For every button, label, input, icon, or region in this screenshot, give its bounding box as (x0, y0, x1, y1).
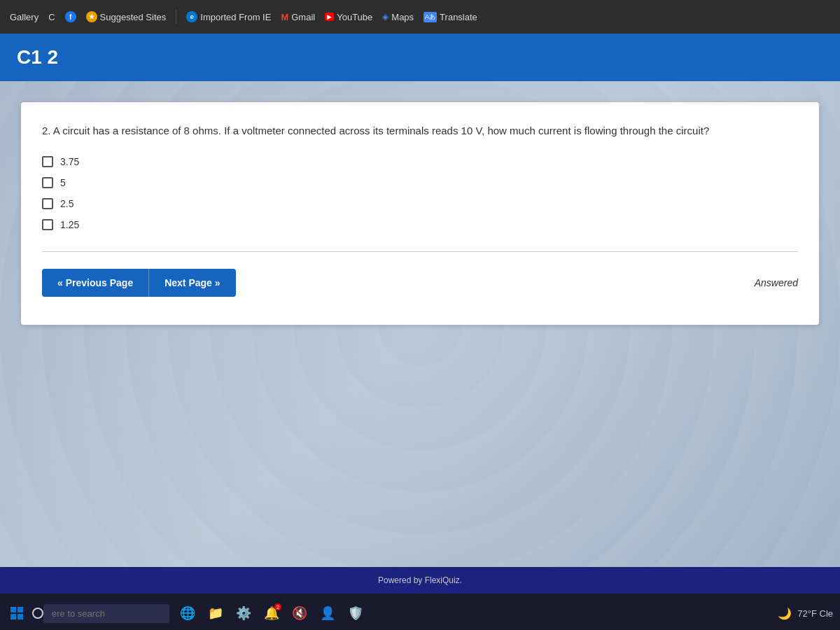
toolbar-divider (176, 10, 176, 24)
main-content: 2. A circuit has a resistance of 8 ohms.… (0, 81, 840, 567)
ie-icon: e (186, 11, 197, 22)
taskbar: 🌐 📁 ⚙️ 🔔 2 🔇 👤 🛡️ 🌙 72°F Cle (0, 596, 840, 630)
page-title: C1 2 (17, 46, 823, 69)
option-label-1: 3.75 (60, 156, 79, 167)
question-text: 2. A circuit has a resistance of 8 ohms.… (42, 123, 798, 139)
gmail-label: Gmail (291, 12, 315, 22)
footer-text: Powered by FlexiQuiz. (378, 575, 462, 585)
option-checkbox-1[interactable] (42, 156, 53, 167)
facebook-icon: f (65, 11, 76, 22)
taskbar-right: 🌙 72°F Cle (778, 607, 833, 620)
toolbar-c[interactable]: C (46, 10, 57, 24)
user-taskbar-icon[interactable]: 👤 (316, 602, 339, 624)
option-item-2[interactable]: 5 (42, 177, 798, 188)
maps-icon: ◈ (382, 12, 388, 22)
settings-taskbar-icon[interactable]: ⚙️ (232, 602, 255, 624)
question-card: 2. A circuit has a resistance of 8 ohms.… (21, 102, 819, 325)
option-checkbox-3[interactable] (42, 198, 53, 209)
browser-toolbar: Gallery C f ★ Suggested Sites e Imported… (0, 0, 840, 34)
option-item-3[interactable]: 2.5 (42, 198, 798, 209)
previous-page-button[interactable]: « Previous Page (42, 269, 148, 297)
weather-temp: 72°F Cle (797, 608, 833, 619)
option-item-4[interactable]: 1.25 (42, 219, 798, 230)
toolbar-suggested-sites[interactable]: ★ Suggested Sites (83, 10, 169, 24)
security-taskbar-icon[interactable]: 🛡️ (344, 602, 367, 624)
toolbar-facebook[interactable]: f (62, 10, 79, 24)
option-checkbox-2[interactable] (42, 177, 53, 188)
sound-taskbar-icon[interactable]: 🔇 (288, 602, 311, 624)
suggested-sites-icon: ★ (86, 11, 97, 22)
maps-label: Maps (391, 12, 414, 22)
toolbar-gallery[interactable]: Gallery (7, 10, 41, 24)
option-checkbox-4[interactable] (42, 219, 53, 230)
gmail-icon: M (281, 12, 288, 22)
translate-icon: Aあ (424, 12, 437, 22)
edge-taskbar-icon[interactable]: 🌐 (176, 602, 199, 624)
option-item-1[interactable]: 3.75 (42, 156, 798, 167)
youtube-icon: ▶ (325, 13, 334, 21)
windows-icon (10, 607, 23, 620)
section-divider (42, 251, 798, 252)
toolbar-maps[interactable]: ◈ Maps (379, 10, 416, 24)
weather-icon: 🌙 (778, 607, 792, 620)
suggested-sites-label: Suggested Sites (100, 12, 167, 22)
taskbar-search-input[interactable] (43, 604, 169, 623)
start-button[interactable] (7, 603, 27, 623)
button-row: « Previous Page Next Page » Answered (42, 269, 798, 297)
option-label-2: 5 (60, 177, 66, 188)
toolbar-youtube[interactable]: ▶ YouTube (322, 10, 375, 24)
toolbar-gmail[interactable]: M Gmail (278, 10, 318, 24)
next-page-button[interactable]: Next Page » (148, 269, 235, 297)
notification-badge: 2 (274, 603, 281, 610)
option-label-4: 1.25 (60, 219, 79, 230)
c-label: C (48, 12, 55, 22)
notification-taskbar-icon[interactable]: 🔔 2 (260, 602, 283, 624)
toolbar-imported-ie[interactable]: e Imported From IE (183, 10, 274, 24)
imported-ie-label: Imported From IE (200, 12, 271, 22)
translate-label: Translate (440, 12, 477, 22)
page-header: C1 2 (0, 34, 840, 81)
gallery-label: Gallery (10, 12, 38, 22)
search-circle-icon (32, 608, 43, 619)
page-footer: Powered by FlexiQuiz. (0, 567, 840, 594)
file-explorer-taskbar-icon[interactable]: 📁 (204, 602, 227, 624)
taskbar-icons: 🌐 📁 ⚙️ 🔔 2 🔇 👤 🛡️ (176, 602, 367, 624)
options-list: 3.75 5 2.5 1.25 (42, 156, 798, 230)
youtube-label: YouTube (337, 12, 372, 22)
toolbar-translate[interactable]: Aあ Translate (421, 10, 480, 24)
answered-status: Answered (755, 277, 798, 288)
option-label-3: 2.5 (60, 198, 74, 209)
